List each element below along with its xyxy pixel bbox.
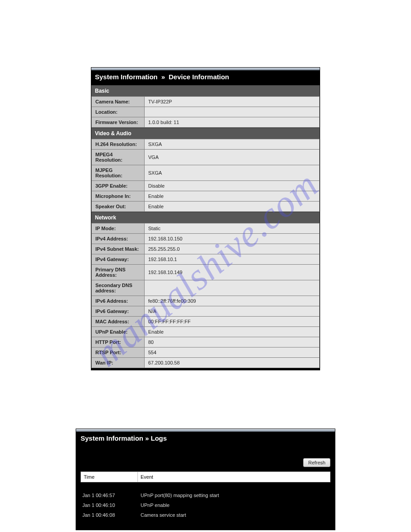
row-value: N/A bbox=[145, 306, 320, 317]
log-row: Jan 1 00:46:10 UPnP enable bbox=[81, 500, 330, 510]
log-event: Camera service start bbox=[138, 512, 330, 518]
row-label: H.264 Resolution: bbox=[92, 139, 145, 150]
row-value: 00:FF:FF:FF:FF:FF bbox=[145, 317, 320, 327]
row-label: Secondary DNS address: bbox=[92, 280, 145, 296]
row-value: Enable bbox=[145, 191, 320, 202]
breadcrumb-root: System Information bbox=[81, 434, 143, 442]
row-label: IPv4 Address: bbox=[92, 234, 145, 244]
table-row: IPv4 Subnet Mask: 255.255.255.0 bbox=[92, 244, 320, 254]
table-row: MJPEG Resolution: SXGA bbox=[92, 165, 320, 181]
table-row: Wan IP: 67.200.100.58 bbox=[92, 358, 320, 368]
logs-toolbar: Refresh bbox=[76, 446, 335, 470]
row-value: Enable bbox=[145, 327, 320, 337]
row-label: Camera Name: bbox=[92, 97, 145, 107]
row-value: Enable bbox=[145, 202, 320, 212]
video-audio-table: H.264 Resolution: SXGA MPEG4 Resolution:… bbox=[91, 139, 320, 212]
row-value: 1.0.0 build: 11 bbox=[145, 117, 320, 128]
table-row: Primary DNS Address: 192.168.10.149 bbox=[92, 265, 320, 280]
row-label: Microphone In: bbox=[92, 191, 145, 202]
table-row: IPv4 Gateway: 192.168.10.1 bbox=[92, 254, 320, 265]
row-label: MPEG4 Resolution: bbox=[92, 150, 145, 165]
row-label: IPv4 Gateway: bbox=[92, 254, 145, 265]
row-label: RTSP Port: bbox=[92, 348, 145, 358]
row-value: SXGA bbox=[145, 139, 320, 150]
row-label: Speaker Out: bbox=[92, 202, 145, 212]
table-row: IPv6 Address: fe80::2ff:76ff:fe00:309 bbox=[92, 296, 320, 306]
breadcrumb-separator: » bbox=[161, 73, 165, 81]
row-value: 67.200.100.58 bbox=[145, 358, 320, 368]
section-header-basic: Basic bbox=[91, 85, 320, 96]
table-row: Camera Name: TV-IP322P bbox=[92, 97, 320, 107]
table-row: IPv6 Gateway: N/A bbox=[92, 306, 320, 317]
section-header-network: Network bbox=[91, 212, 320, 223]
row-value: 554 bbox=[145, 348, 320, 358]
log-row: Jan 1 00:46:08 Camera service start bbox=[81, 510, 330, 520]
row-label: MAC Address: bbox=[92, 317, 145, 327]
log-event: UPnP port(80) mapping setting start bbox=[138, 493, 330, 498]
device-info-title: System Information » Device Information bbox=[91, 70, 320, 85]
table-row: IP Mode: Static bbox=[92, 223, 320, 234]
table-row: Firmware Version: 1.0.0 build: 11 bbox=[92, 117, 320, 128]
row-label: 3GPP Enable: bbox=[92, 181, 145, 191]
logs-body: Jan 1 00:46:57 UPnP port(80) mapping set… bbox=[76, 482, 335, 530]
row-label: UPnP Enable: bbox=[92, 327, 145, 337]
row-label: IPv4 Subnet Mask: bbox=[92, 244, 145, 254]
basic-table: Camera Name: TV-IP322P Location: Firmwar… bbox=[91, 96, 320, 128]
table-row: UPnP Enable: Enable bbox=[92, 327, 320, 337]
table-row: Location: bbox=[92, 107, 320, 117]
logs-title: System Information » Logs bbox=[76, 432, 335, 446]
row-value bbox=[145, 107, 320, 117]
row-label: IPv6 Address: bbox=[92, 296, 145, 306]
col-header-event: Event bbox=[138, 472, 330, 482]
row-value: Disable bbox=[145, 181, 320, 191]
breadcrumb-root: System Information bbox=[95, 73, 158, 81]
log-time: Jan 1 00:46:08 bbox=[81, 512, 138, 518]
row-value: Static bbox=[145, 223, 320, 234]
device-info-panel: System Information » Device Information … bbox=[91, 67, 320, 370]
row-value: 80 bbox=[145, 337, 320, 348]
row-label: HTTP Port: bbox=[92, 337, 145, 348]
col-header-time: Time bbox=[81, 472, 138, 482]
log-event: UPnP enable bbox=[138, 502, 330, 508]
table-row: Microphone In: Enable bbox=[92, 191, 320, 202]
row-label: Location: bbox=[92, 107, 145, 117]
table-row: 3GPP Enable: Disable bbox=[92, 181, 320, 191]
logs-table-header: Time Event bbox=[81, 472, 330, 482]
row-label: IPv6 Gateway: bbox=[92, 306, 145, 317]
log-row: Jan 1 00:46:57 UPnP port(80) mapping set… bbox=[81, 490, 330, 500]
row-value: 192.168.10.1 bbox=[145, 254, 320, 265]
table-row: Secondary DNS address: bbox=[92, 280, 320, 296]
row-label: Firmware Version: bbox=[92, 117, 145, 128]
table-row: RTSP Port: 554 bbox=[92, 348, 320, 358]
breadcrumb-page: Device Information bbox=[169, 73, 229, 81]
row-value bbox=[145, 280, 320, 296]
table-row: Speaker Out: Enable bbox=[92, 202, 320, 212]
breadcrumb-separator: » bbox=[145, 434, 149, 442]
row-value: 192.168.10.149 bbox=[145, 265, 320, 280]
network-table: IP Mode: Static IPv4 Address: 192.168.10… bbox=[91, 223, 320, 368]
row-label: Wan IP: bbox=[92, 358, 145, 368]
logs-panel: System Information » Logs Refresh Time E… bbox=[76, 429, 335, 530]
table-row: HTTP Port: 80 bbox=[92, 337, 320, 348]
table-row: MPEG4 Resolution: VGA bbox=[92, 150, 320, 165]
panel-bottom-border bbox=[91, 368, 320, 370]
row-label: Primary DNS Address: bbox=[92, 265, 145, 280]
table-row: H.264 Resolution: SXGA bbox=[92, 139, 320, 150]
row-value: 255.255.255.0 bbox=[145, 244, 320, 254]
log-time: Jan 1 00:46:57 bbox=[81, 493, 138, 498]
row-value: TV-IP322P bbox=[145, 97, 320, 107]
row-value: 192.168.10.150 bbox=[145, 234, 320, 244]
row-label: MJPEG Resolution: bbox=[92, 165, 145, 181]
table-row: IPv4 Address: 192.168.10.150 bbox=[92, 234, 320, 244]
section-header-video-audio: Video & Audio bbox=[91, 128, 320, 139]
row-label: IP Mode: bbox=[92, 223, 145, 234]
table-row: MAC Address: 00:FF:FF:FF:FF:FF bbox=[92, 317, 320, 327]
breadcrumb-page: Logs bbox=[151, 434, 167, 442]
log-time: Jan 1 00:46:10 bbox=[81, 502, 138, 508]
row-value: SXGA bbox=[145, 165, 320, 181]
row-value: VGA bbox=[145, 150, 320, 165]
refresh-button[interactable]: Refresh bbox=[303, 458, 330, 467]
row-value: fe80::2ff:76ff:fe00:309 bbox=[145, 296, 320, 306]
